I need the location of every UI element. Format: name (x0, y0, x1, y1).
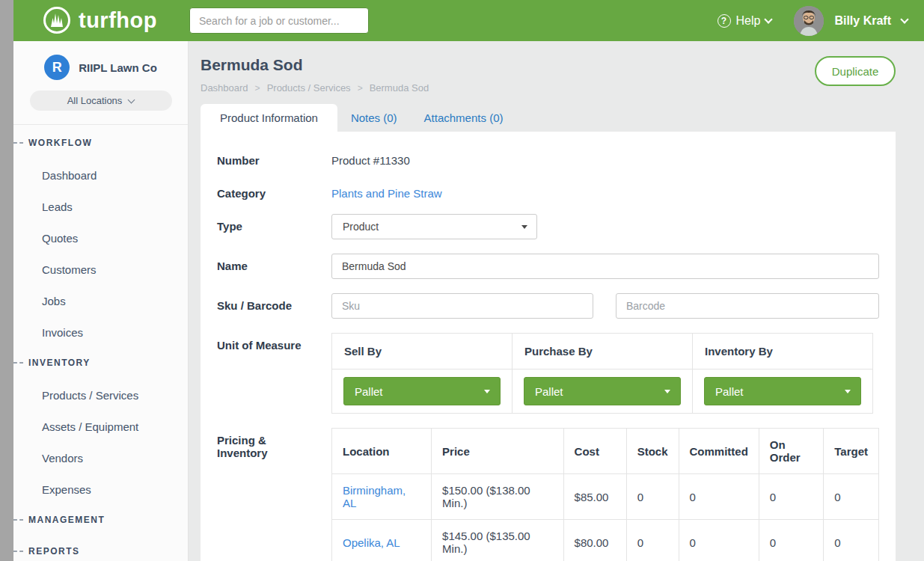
number-value: Product #11330 (331, 148, 410, 167)
location-link-birmingham[interactable]: Birmingham, AL (332, 474, 432, 520)
location-filter-dropdown[interactable]: All Locations (30, 91, 172, 111)
breadcrumb-products-services[interactable]: Products / Services (267, 82, 351, 94)
company-logo: R (44, 55, 70, 80)
nav-section-workflow: WORKFLOW (28, 138, 188, 150)
sidebar-item-customers[interactable]: Customers (28, 263, 188, 275)
tab-product-information[interactable]: Product Information (201, 104, 337, 132)
unit-of-measure-table: Sell By Purchase By Inventory By Pallet … (331, 333, 873, 414)
breadcrumb-separator: > (255, 83, 260, 94)
purchase-by-dropdown[interactable]: Pallet (524, 377, 681, 405)
number-row: Number Product #11330 (217, 148, 879, 167)
brand-logo[interactable]: turfhop (42, 5, 157, 35)
chevron-down-icon (765, 15, 773, 23)
duplicate-button[interactable]: Duplicate (815, 56, 896, 86)
category-label: Category (217, 181, 331, 200)
brand-wordmark: turfhop (79, 8, 157, 33)
uom-header-sell-by: Sell By (332, 334, 513, 370)
dashed-line-icon (13, 362, 23, 364)
unit-of-measure-row: Unit of Measure Sell By Purchase By Inve… (217, 333, 879, 414)
name-row: Name (217, 254, 879, 279)
table-row: Birmingham, AL $150.00 ($138.00 Min.) $8… (332, 474, 879, 520)
nav-section-reports[interactable]: REPORTS (28, 546, 188, 558)
dashed-line-icon (13, 519, 23, 521)
chevron-down-icon[interactable] (900, 15, 908, 23)
sidebar: R RIIPL Lawn Co All Locations WORKFLOW D… (13, 41, 189, 561)
chevron-down-icon (128, 96, 135, 103)
sell-by-dropdown[interactable]: Pallet (343, 377, 501, 405)
table-row: Opelika, AL $145.00 ($135.00 Min.) $80.0… (332, 520, 879, 561)
sidebar-item-invoices[interactable]: Invoices (28, 326, 188, 338)
location-link-opelika[interactable]: Opelika, AL (332, 520, 432, 561)
type-select-value: Product (343, 221, 379, 233)
pricing-inventory-table: Location Price Cost Stock Committed On O… (331, 428, 879, 561)
caret-down-icon (521, 225, 527, 229)
dashed-line-icon (13, 142, 23, 144)
category-row: Category Plants and Pine Straw (217, 181, 879, 200)
top-navbar: turfhop ? Help Billy Kraft (13, 0, 924, 41)
left-edge-strip (0, 0, 13, 561)
barcode-input[interactable] (616, 293, 879, 319)
caret-down-icon (845, 390, 851, 393)
user-avatar[interactable] (794, 6, 824, 36)
inventory-by-dropdown[interactable]: Pallet (704, 377, 861, 405)
category-link[interactable]: Plants and Pine Straw (331, 181, 442, 200)
pricing-table-header: Location Price Cost Stock Committed On O… (332, 429, 879, 474)
tab-bar: Product Information Notes (0) Attachment… (201, 104, 924, 132)
name-input[interactable] (331, 254, 879, 279)
sidebar-item-dashboard[interactable]: Dashboard (28, 169, 188, 181)
breadcrumb: Dashboard > Products / Services > Bermud… (201, 82, 924, 94)
type-label: Type (217, 214, 331, 239)
sku-input[interactable] (331, 293, 593, 319)
sidebar-item-vendors[interactable]: Vendors (28, 452, 188, 464)
tab-notes[interactable]: Notes (0) (337, 104, 411, 132)
uom-header-purchase-by: Purchase By (513, 334, 693, 370)
sidebar-item-assets-equipment[interactable]: Assets / Equipment (28, 420, 188, 432)
sidebar-item-expenses[interactable]: Expenses (28, 483, 188, 495)
global-search-input[interactable] (189, 7, 369, 34)
type-row: Type Product (217, 214, 879, 239)
pricing-inventory-row: Pricing & Inventory Location Price Cost … (217, 428, 879, 561)
breadcrumb-dashboard[interactable]: Dashboard (201, 82, 248, 94)
nav-section-inventory: INVENTORY (28, 358, 188, 370)
number-label: Number (217, 148, 331, 167)
sidebar-item-jobs[interactable]: Jobs (28, 295, 188, 307)
unit-of-measure-label: Unit of Measure (217, 333, 331, 414)
user-name[interactable]: Billy Kraft (834, 14, 891, 28)
product-information-panel: Number Product #11330 Category Plants an… (201, 132, 896, 561)
dashed-line-icon (13, 551, 23, 552)
tab-attachments[interactable]: Attachments (0) (411, 104, 517, 132)
help-menu[interactable]: ? Help (718, 14, 772, 28)
company-name: RIIPL Lawn Co (79, 61, 157, 74)
sidebar-item-leads[interactable]: Leads (28, 200, 188, 212)
sidebar-item-products-services[interactable]: Products / Services (28, 389, 188, 401)
pricing-inventory-label: Pricing & Inventory (217, 428, 331, 561)
main-content: Bermuda Sod Dashboard > Products / Servi… (189, 41, 924, 561)
type-select[interactable]: Product (331, 214, 537, 239)
breadcrumb-separator: > (358, 83, 363, 94)
name-label: Name (217, 254, 331, 279)
sidebar-nav: WORKFLOW Dashboard Leads Quotes Customer… (13, 125, 188, 558)
company-row: R RIIPL Lawn Co (13, 41, 188, 80)
caret-down-icon (664, 390, 670, 393)
turfhop-grass-icon (42, 5, 72, 35)
breadcrumb-current: Bermuda Sod (370, 82, 429, 94)
page-header: Bermuda Sod Dashboard > Products / Servi… (189, 41, 924, 94)
help-icon: ? (718, 14, 731, 28)
nav-section-management[interactable]: MANAGEMENT (28, 515, 188, 527)
uom-header-inventory-by: Inventory By (693, 334, 873, 370)
location-filter-label: All Locations (67, 95, 123, 106)
caret-down-icon (484, 390, 490, 393)
sku-barcode-label: Sku / Barcode (217, 293, 331, 319)
sidebar-item-quotes[interactable]: Quotes (28, 232, 188, 244)
sku-barcode-row: Sku / Barcode (217, 293, 879, 319)
